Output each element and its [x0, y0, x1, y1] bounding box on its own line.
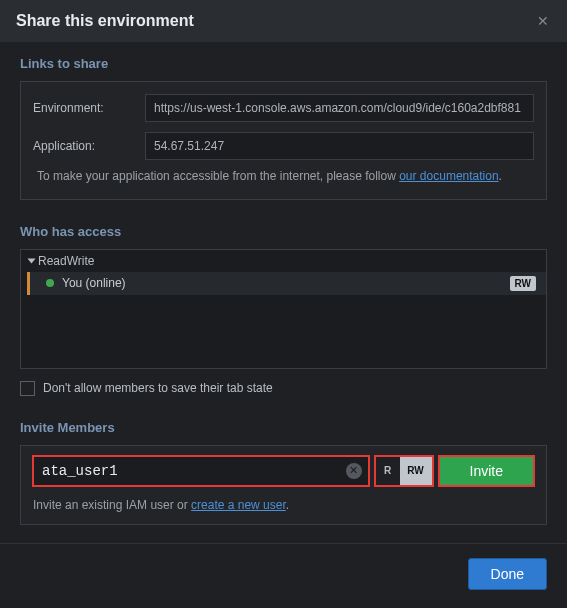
links-section-title: Links to share [20, 56, 547, 71]
invite-section-title: Invite Members [20, 420, 547, 435]
tab-state-label: Don't allow members to save their tab st… [43, 381, 273, 395]
share-environment-dialog: Share this environment ✕ Links to share … [0, 0, 567, 608]
clear-input-icon[interactable]: ✕ [346, 463, 362, 479]
permission-r-option[interactable]: R [376, 457, 400, 485]
invite-section: Invite Members ✕ R RW Invite Invite an e… [0, 406, 567, 535]
invite-controls-row: ✕ R RW Invite [33, 456, 534, 486]
access-list: ReadWrite You (online) RW [20, 249, 547, 369]
application-ip-input[interactable] [145, 132, 534, 160]
environment-url-input[interactable] [145, 94, 534, 122]
create-user-link[interactable]: create a new user [191, 498, 286, 512]
caret-down-icon [28, 258, 36, 263]
permission-rw-option[interactable]: RW [400, 457, 432, 485]
access-group-label: ReadWrite [38, 254, 94, 268]
close-icon[interactable]: ✕ [535, 13, 551, 29]
permission-toggle: R RW [375, 456, 433, 486]
application-label: Application: [33, 139, 145, 153]
invite-hint-suffix: . [286, 498, 289, 512]
access-section: Who has access ReadWrite You (online) RW… [0, 210, 567, 406]
application-row: Application: [33, 132, 534, 160]
member-info: You (online) [46, 276, 126, 290]
environment-row: Environment: [33, 94, 534, 122]
access-section-title: Who has access [20, 224, 547, 239]
links-hint-prefix: To make your application accessible from… [37, 169, 399, 183]
links-panel: Environment: Application: To make your a… [20, 81, 547, 200]
invite-hint: Invite an existing IAM user or create a … [33, 498, 534, 512]
access-member-row[interactable]: You (online) RW [27, 272, 546, 295]
dialog-header: Share this environment ✕ [0, 0, 567, 42]
invite-hint-prefix: Invite an existing IAM user or [33, 498, 191, 512]
dialog-title: Share this environment [16, 12, 194, 30]
invite-username-input[interactable] [42, 463, 346, 479]
dialog-footer: Done [0, 543, 567, 608]
invite-panel: ✕ R RW Invite Invite an existing IAM use… [20, 445, 547, 525]
invite-button[interactable]: Invite [439, 456, 534, 486]
links-hint-suffix: . [499, 169, 502, 183]
links-section: Links to share Environment: Application:… [0, 42, 567, 210]
rw-badge: RW [510, 276, 536, 291]
tab-state-checkbox[interactable] [20, 381, 35, 396]
access-group-header[interactable]: ReadWrite [21, 250, 546, 272]
done-button[interactable]: Done [468, 558, 547, 590]
links-hint: To make your application accessible from… [33, 168, 534, 185]
environment-label: Environment: [33, 101, 145, 115]
member-name: You (online) [62, 276, 126, 290]
documentation-link[interactable]: our documentation [399, 169, 498, 183]
tab-state-checkbox-row[interactable]: Don't allow members to save their tab st… [20, 381, 547, 396]
invite-input-wrap: ✕ [33, 456, 369, 486]
online-status-icon [46, 279, 54, 287]
